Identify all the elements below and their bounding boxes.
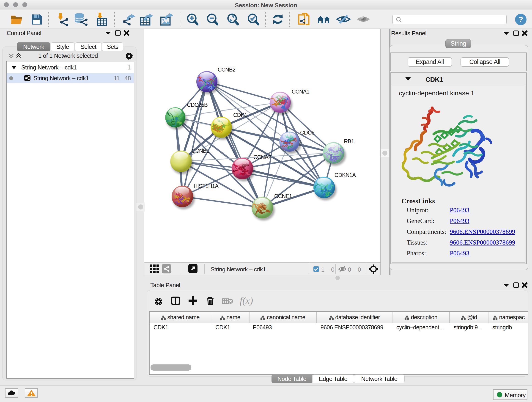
- svg-text:CDKN1A: CDKN1A: [335, 172, 356, 178]
- svg-text:CCNB1: CCNB1: [191, 148, 209, 154]
- svg-text:CDC6: CDC6: [300, 129, 315, 136]
- svg-text:CCNB2: CCNB2: [218, 66, 235, 73]
- svg-text:RB1: RB1: [344, 138, 354, 144]
- svg-text:HIST1H1A: HIST1H1A: [194, 183, 219, 189]
- svg-text:CCNE1: CCNE1: [274, 193, 292, 199]
- svg-text:CDK1: CDK1: [233, 112, 247, 118]
- svg-text:CCNA1: CCNA1: [292, 89, 310, 95]
- svg-text:CCNA2: CCNA2: [253, 154, 271, 160]
- svg-text:?: ?: [519, 15, 523, 24]
- svg-text:CDC25B: CDC25B: [187, 102, 208, 108]
